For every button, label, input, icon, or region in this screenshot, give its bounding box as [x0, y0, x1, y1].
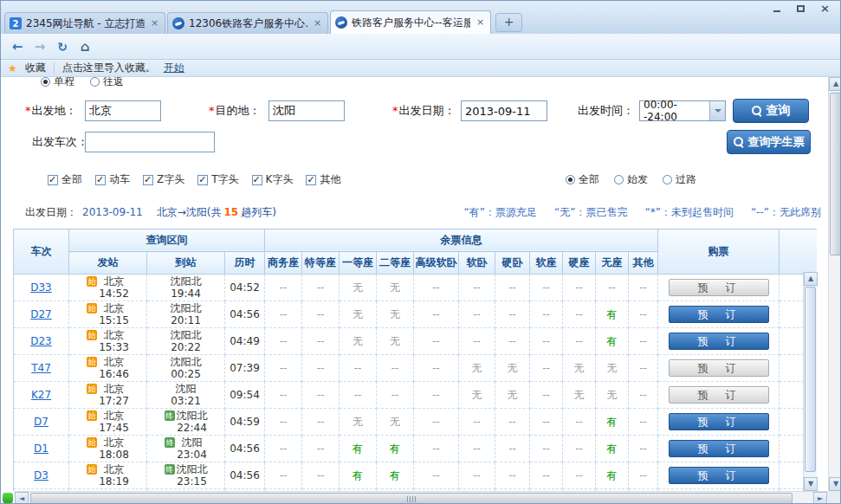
- query-button[interactable]: 查询: [733, 99, 809, 123]
- minimize-button[interactable]: [766, 3, 787, 14]
- page-horizontal-scrollbar[interactable]: [15, 491, 828, 504]
- end-station-badge: 终: [165, 464, 175, 475]
- to-station-cell: 终沈阳23:04: [147, 436, 225, 462]
- maximize-button[interactable]: [790, 3, 812, 14]
- new-tab-button[interactable]: [495, 13, 522, 32]
- train-number-link[interactable]: D23: [30, 335, 52, 347]
- tab-active[interactable]: 铁路客户服务中心--客运服...: [330, 10, 491, 34]
- scroll-down-icon[interactable]: [829, 477, 841, 491]
- station-time: 16:46: [99, 368, 129, 380]
- station-name: 沈阳北: [171, 275, 202, 288]
- seat-availability-cell: 无: [340, 301, 377, 328]
- station-name: 北京: [104, 436, 125, 449]
- green-status-icon[interactable]: [3, 493, 13, 503]
- from-station-cell: 始北京18:19: [69, 462, 147, 489]
- route-radio[interactable]: 始发: [614, 172, 648, 187]
- tab[interactable]: 12306铁路客户服务中心...: [167, 12, 328, 34]
- home-icon[interactable]: [75, 37, 94, 56]
- from-label: *出发地：: [25, 100, 77, 121]
- checkbox-icon: [143, 175, 153, 185]
- scrollbar-thumb[interactable]: [830, 93, 841, 255]
- scroll-left-icon[interactable]: [15, 492, 29, 504]
- book-cell: 预 订: [658, 409, 780, 436]
- seat-availability-cell: 无: [596, 355, 629, 382]
- tab[interactable]: 2345网址导航 - 立志打造...: [4, 12, 165, 34]
- book-cell: 预 订: [658, 436, 780, 462]
- book-button: 预 订: [669, 279, 769, 296]
- train-number-link[interactable]: D1: [34, 443, 49, 455]
- station-name: 沈阳北: [171, 356, 202, 368]
- train-type-checkbox[interactable]: 动车: [95, 172, 130, 187]
- student-ticket-button[interactable]: 查询学生票: [727, 130, 811, 154]
- summary-route: 北京→沈阳(共15趟列车): [157, 205, 276, 220]
- train-number-link[interactable]: D3: [34, 469, 49, 481]
- route-radio[interactable]: 全部: [566, 172, 599, 187]
- trip-type-option[interactable]: 单程: [41, 77, 74, 89]
- station-time: 19:44: [171, 288, 201, 300]
- refresh-icon[interactable]: [53, 37, 72, 56]
- seat-availability-cell: 无: [495, 355, 530, 382]
- scrollbar-thumb[interactable]: [30, 493, 792, 504]
- import-start-link[interactable]: 开始: [164, 61, 184, 75]
- duration-cell: 04:56: [225, 436, 265, 462]
- station-time: 23:04: [177, 449, 207, 461]
- favorites-label[interactable]: 收藏: [25, 61, 46, 75]
- date-input[interactable]: [461, 100, 547, 121]
- seat-availability-cell: --: [265, 328, 302, 355]
- train-number-link[interactable]: D7: [34, 416, 49, 428]
- train-number-link[interactable]: D33: [30, 281, 52, 294]
- book-button[interactable]: 预 订: [669, 413, 769, 430]
- radio-icon: [566, 175, 575, 184]
- train-type-checkbox[interactable]: 全部: [48, 172, 82, 187]
- start-station-badge: 始: [87, 464, 97, 475]
- train-number-input[interactable]: [85, 132, 215, 152]
- from-input[interactable]: [85, 100, 161, 121]
- seat-availability-cell: --: [530, 301, 563, 328]
- tab-close-icon[interactable]: [149, 18, 160, 29]
- scroll-right-icon[interactable]: [813, 492, 827, 504]
- col-subheader: 其他: [629, 252, 658, 275]
- tab-close-icon[interactable]: [475, 17, 486, 29]
- train-cell: D3: [14, 462, 69, 489]
- seat-availability-cell: --: [629, 328, 658, 355]
- scroll-up-icon[interactable]: [804, 272, 818, 286]
- search-icon: [734, 137, 744, 147]
- train-number-link[interactable]: K27: [31, 389, 51, 401]
- book-button[interactable]: 预 订: [669, 467, 769, 484]
- select-arrow-button[interactable]: [709, 101, 725, 120]
- train-number-link[interactable]: T47: [31, 362, 51, 374]
- back-icon[interactable]: [8, 37, 27, 56]
- scrollbar-thumb[interactable]: [805, 287, 816, 472]
- book-button[interactable]: 预 订: [669, 333, 769, 350]
- tab-close-icon[interactable]: [312, 18, 323, 29]
- station-time: 18:19: [99, 475, 129, 488]
- close-button[interactable]: [814, 3, 836, 14]
- train-number-link[interactable]: D27: [30, 308, 52, 320]
- bookmarks-bar: 收藏 点击这里导入收藏。 开始: [1, 60, 840, 77]
- to-station-cell: 沈阳北00:25: [147, 355, 225, 382]
- checkbox-icon: [252, 175, 262, 185]
- to-input[interactable]: [268, 100, 345, 121]
- seat-availability-cell: 有: [340, 462, 377, 489]
- trip-type-option[interactable]: 往返: [90, 77, 124, 89]
- depart-time-select[interactable]: 00:00--24:00: [639, 100, 726, 121]
- forward-icon[interactable]: [30, 37, 49, 56]
- book-cell: 预 订: [658, 328, 780, 355]
- seat-availability-cell: --: [414, 382, 459, 409]
- scroll-up-icon[interactable]: [829, 77, 841, 91]
- train-type-checkbox[interactable]: 其他: [306, 172, 340, 187]
- train-type-checkbox[interactable]: K字头: [252, 172, 294, 187]
- page-vertical-scrollbar[interactable]: [828, 77, 841, 491]
- seat-availability-cell: --: [459, 328, 495, 355]
- book-button[interactable]: 预 订: [669, 440, 769, 457]
- col-subheader: 历时: [225, 252, 265, 275]
- table-scrollbar[interactable]: [803, 272, 817, 491]
- scroll-down-icon[interactable]: [804, 477, 818, 491]
- train-type-checkbox[interactable]: T字头: [197, 172, 238, 187]
- seat-availability-cell: 有: [596, 462, 629, 489]
- train-type-checkbox[interactable]: Z字头: [143, 172, 184, 187]
- seat-availability-cell: --: [495, 301, 530, 328]
- route-radio[interactable]: 过路: [663, 172, 696, 187]
- book-button[interactable]: 预 订: [669, 306, 769, 323]
- book-cell: 预 订: [658, 275, 780, 301]
